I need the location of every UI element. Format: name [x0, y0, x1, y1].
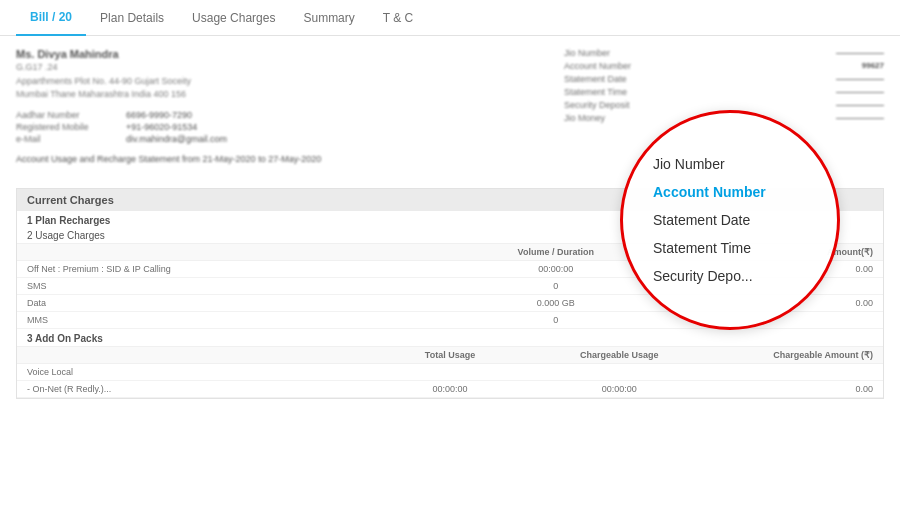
- col-header-row: Volume / Duration Amount(₹): [17, 243, 883, 261]
- table-row: Voice Local: [17, 364, 883, 381]
- table-row: - On-Net (R Redly.)... 00:00:00 00:00:00…: [17, 381, 883, 398]
- statement-desc: Account Usage and Recharge Statement fro…: [16, 154, 548, 164]
- tab-summary[interactable]: Summary: [289, 0, 368, 36]
- reg-mobile-row: Registered Mobile +91-96020-91534: [16, 122, 548, 132]
- section3-label: 3 Add On Packs: [17, 329, 883, 346]
- nav-bar: Bill / 20 Plan Details Usage Charges Sum…: [0, 0, 900, 36]
- section2-label: 2 Usage Charges: [17, 228, 883, 243]
- table-row: Off Net : Premium : SID & IP Calling 00:…: [17, 261, 883, 278]
- left-section: Ms. Divya Mahindra G.G17 .24 Apparthment…: [16, 48, 548, 176]
- addon-col-header-row: Total Usage Chargeable Usage Chargeable …: [17, 346, 883, 364]
- statement-time-row: Statement Time ——————: [564, 87, 884, 97]
- customer-id: G.G17 .24: [16, 62, 548, 72]
- table-header: Current Charges: [17, 189, 883, 211]
- table-row: SMS 0: [17, 278, 883, 295]
- security-deposit-row: Security Deposit ——————: [564, 100, 884, 110]
- right-section: Jio Number —————— Account Number 99627 S…: [564, 48, 884, 176]
- email-row: e-Mail div.mahindra@gmail.com: [16, 134, 548, 144]
- account-number-row: Account Number 99627: [564, 61, 884, 71]
- tab-bill[interactable]: Bill / 20: [16, 0, 86, 36]
- tab-usage-charges[interactable]: Usage Charges: [178, 0, 289, 36]
- tab-plan-details[interactable]: Plan Details: [86, 0, 178, 36]
- charges-table: Current Charges 1 Plan Recharges 2 Usage…: [16, 188, 884, 399]
- tab-tnc[interactable]: T & C: [369, 0, 427, 36]
- main-content: Ms. Divya Mahindra G.G17 .24 Apparthment…: [0, 36, 900, 188]
- customer-name: Ms. Divya Mahindra: [16, 48, 548, 60]
- address-block: Apparthments Plot No. 44-90 Gujart Socei…: [16, 75, 548, 100]
- statement-date-row: Statement Date ——————: [564, 74, 884, 84]
- jio-number-row: Jio Number ——————: [564, 48, 884, 58]
- jio-money-row: Jio Money ——————: [564, 113, 884, 123]
- table-row: Data 0.000 GB 0.00: [17, 295, 883, 312]
- aadhar-row: Aadhar Number 6696-9990-7290: [16, 110, 548, 120]
- section1-label: 1 Plan Recharges: [17, 211, 883, 228]
- table-row: MMS 0: [17, 312, 883, 329]
